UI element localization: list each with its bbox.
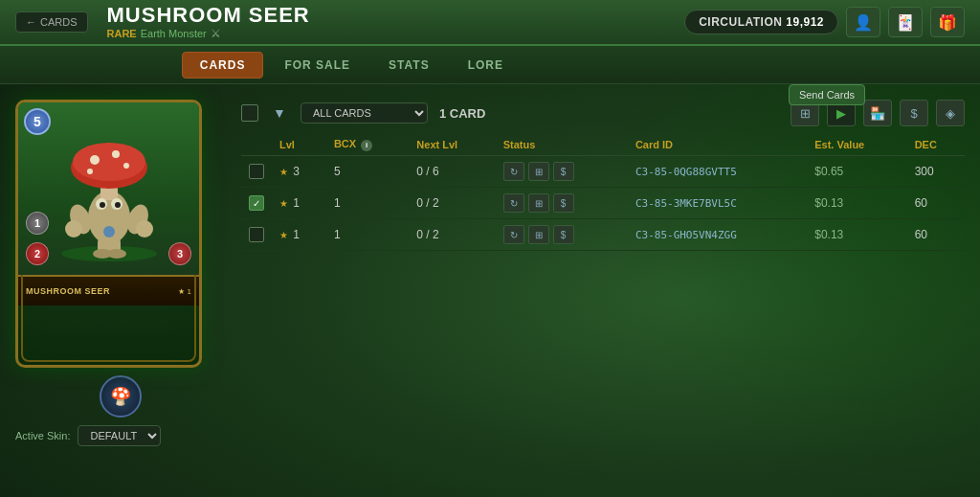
svg-point-21 xyxy=(103,226,115,237)
row-checkbox-0[interactable] xyxy=(249,164,264,179)
row-checkbox-2[interactable] xyxy=(249,227,264,242)
row-action-combine-0[interactable]: ⊞ xyxy=(528,162,549,181)
row-actions-0: ↻ ⊞ $ xyxy=(503,162,620,181)
row-bcx-1: 1 xyxy=(326,188,409,219)
card-ability-section: 🍄 xyxy=(15,375,226,418)
svg-point-16 xyxy=(136,220,153,237)
card-footer-name: MUSHROOM SEER xyxy=(26,286,110,296)
row-action-transfer-2[interactable]: $ xyxy=(553,225,574,244)
tab-for-sale[interactable]: FOR SALE xyxy=(267,53,368,78)
monster-icon: ⚔ xyxy=(211,27,221,40)
row-card-id-0: C3-85-0QG88GVTT5 xyxy=(628,156,807,188)
svg-point-15 xyxy=(65,220,82,237)
tab-lore[interactable]: LORE xyxy=(451,53,521,78)
row-action-view-1[interactable]: ↻ xyxy=(503,193,524,213)
row-checkbox-cell: ✓ xyxy=(241,188,272,219)
row-status-1: ↻ ⊞ $ xyxy=(496,188,628,219)
card-subtitle: RARE Earth Monster ⚔ xyxy=(107,27,685,40)
skin-select[interactable]: DEFAULT GOLD xyxy=(78,425,161,446)
col-card-id: Card ID xyxy=(628,134,807,156)
card-title-section: MUSHROOM SEER RARE Earth Monster ⚔ xyxy=(107,4,685,40)
row-next-lvl-2: 0 / 2 xyxy=(409,219,495,251)
cards-icon-button[interactable]: 🃏 xyxy=(888,7,923,37)
row-actions-1: ↻ ⊞ $ xyxy=(503,193,620,213)
filter-icon[interactable]: ▼ xyxy=(266,100,293,126)
svg-point-6 xyxy=(112,150,120,158)
gift-icon-button[interactable]: 🎁 xyxy=(930,7,965,37)
back-button[interactable]: CARDS xyxy=(15,11,88,33)
row-card-id-2: C3-85-GHO5VN4ZGG xyxy=(628,219,807,251)
row-action-transfer-1[interactable]: $ xyxy=(553,193,574,213)
row-dec-1: 60 xyxy=(907,188,965,219)
sell-action[interactable]: 🏪 xyxy=(863,100,892,126)
row-next-lvl-1: 0 / 2 xyxy=(409,188,495,219)
card-stars: ★ 1 xyxy=(178,287,191,296)
row-checkbox-1[interactable]: ✓ xyxy=(249,195,264,211)
row-status-2: ↻ ⊞ $ xyxy=(496,219,628,251)
row-action-combine-1[interactable]: ⊞ xyxy=(528,193,549,213)
value-action[interactable]: $ xyxy=(900,100,928,126)
burn-action[interactable]: ◈ xyxy=(936,100,965,126)
col-next-lvl: Next Lvl xyxy=(409,134,495,156)
svg-point-4 xyxy=(73,143,145,181)
table-section: ▼ ALL CARDS GOLD CARDS REGULAR CARDS 1 C… xyxy=(241,100,965,482)
row-checkbox-cell xyxy=(241,219,272,251)
profile-icon-button[interactable]: 👤 xyxy=(846,7,880,37)
row-level-0: ★ 3 xyxy=(272,156,326,188)
row-est-value-2: $0.13 xyxy=(807,219,906,251)
row-checkbox-cell xyxy=(241,156,272,188)
row-level-2: ★ 1 xyxy=(272,219,326,251)
circulation-badge: CIRCULATION 19,912 xyxy=(684,10,838,34)
tab-cards[interactable]: CARDS xyxy=(182,52,264,79)
col-dec: DEC xyxy=(907,134,965,156)
col-checkbox xyxy=(241,134,272,156)
row-level-1: ★ 1 xyxy=(272,188,326,219)
card-stat-speed: 1 xyxy=(26,212,49,235)
svg-point-5 xyxy=(90,155,100,165)
row-bcx-2: 1 xyxy=(326,219,409,251)
card-art-svg xyxy=(47,112,171,265)
col-est-value: Est. Value xyxy=(807,134,906,156)
table-row: ★ 1 1 0 / 2 ↻ ⊞ $ C3-85-GHO5VN4ZGG $0.13… xyxy=(241,219,965,251)
row-est-value-0: $0.65 xyxy=(807,156,906,188)
circulation-number: 19,912 xyxy=(786,15,824,29)
table-row: ✓ ★ 1 1 0 / 2 ↻ ⊞ $ C3-85-3MKE7BVL5C $0.… xyxy=(241,188,965,219)
col-status: Status xyxy=(496,134,628,156)
card-mana: 5 xyxy=(24,108,51,135)
row-action-view-2[interactable]: ↻ xyxy=(503,225,524,244)
svg-point-12 xyxy=(115,202,121,208)
row-bcx-0: 5 xyxy=(326,156,409,188)
card-footer: MUSHROOM SEER ★ 1 xyxy=(18,275,199,305)
col-lvl: Lvl xyxy=(272,134,326,156)
header: CARDS MUSHROOM SEER RARE Earth Monster ⚔… xyxy=(0,0,980,46)
row-action-combine-2[interactable]: ⊞ xyxy=(528,225,549,244)
nav-tabs-inner: CARDS FOR SALE STATS LORE xyxy=(182,52,540,79)
send-cards-tooltip: Send Cards xyxy=(789,84,865,105)
main-content: 5 xyxy=(0,84,980,497)
col-bcx: BCX i xyxy=(326,134,409,156)
nav-tabs: CARDS FOR SALE STATS LORE Send Cards xyxy=(0,46,980,84)
row-actions-2: ↻ ⊞ $ xyxy=(503,225,620,244)
row-action-view-0[interactable]: ↻ xyxy=(503,162,524,181)
filter-select[interactable]: ALL CARDS GOLD CARDS REGULAR CARDS xyxy=(301,102,428,124)
row-next-lvl-0: 0 / 6 xyxy=(409,156,495,188)
ability-circle: 🍄 xyxy=(100,375,142,418)
card-stat-attack: 2 xyxy=(26,242,49,265)
svg-point-11 xyxy=(100,202,105,208)
rarity-badge: RARE xyxy=(107,28,137,39)
back-label: CARDS xyxy=(40,16,78,28)
row-est-value-1: $0.13 xyxy=(807,188,906,219)
circulation-label: CIRCULATION xyxy=(699,15,782,29)
row-card-id-1: C3-85-3MKE7BVL5C xyxy=(628,188,807,219)
card-count: 1 CARD xyxy=(439,106,485,121)
svg-point-8 xyxy=(87,169,93,174)
cards-table: Lvl BCX i Next Lvl Status Card ID Est. V… xyxy=(241,134,965,251)
bcx-info-icon[interactable]: i xyxy=(361,140,372,151)
select-all-checkbox[interactable] xyxy=(241,104,258,122)
row-action-transfer-0[interactable]: $ xyxy=(553,162,574,181)
tab-stats[interactable]: STATS xyxy=(371,53,447,78)
card-name: MUSHROOM SEER xyxy=(107,4,685,27)
row-dec-0: 300 xyxy=(907,156,965,188)
active-skin-section: Active Skin: DEFAULT GOLD xyxy=(15,425,226,446)
svg-point-7 xyxy=(123,163,129,169)
